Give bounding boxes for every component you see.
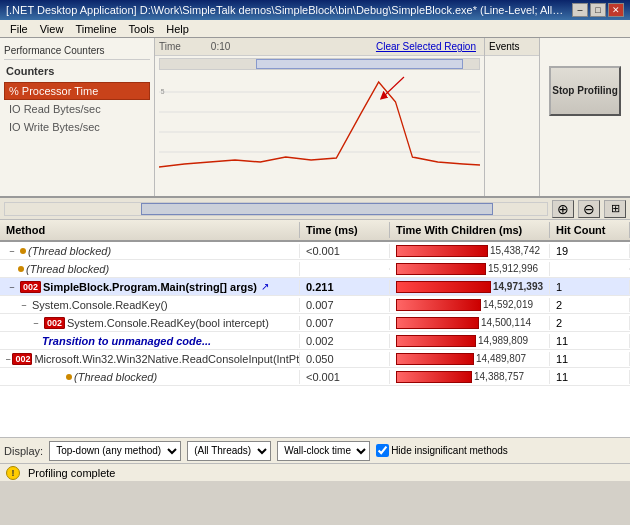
zoom-out-button[interactable]: ⊖ <box>578 200 600 218</box>
zoom-in-button[interactable]: ⊕ <box>552 200 574 218</box>
dot-icon <box>18 266 24 272</box>
method-cell: – 002 Microsoft.Win32.Win32Native.ReadCo… <box>0 352 300 366</box>
table-row[interactable]: – (Thread blocked) <0.001 15,438,742 19 <box>0 242 630 260</box>
status-bar: ! Profiling complete <box>0 463 630 481</box>
title-bar: [.NET Desktop Application] D:\Work\Simpl… <box>0 0 630 20</box>
time-cell: 0.007 <box>300 316 390 330</box>
time-children-cell: 14,989,809 <box>390 334 550 348</box>
time-cell: 0.007 <box>300 298 390 312</box>
table-row[interactable]: – 002 System.Console.ReadKey(bool interc… <box>0 314 630 332</box>
hit-bar <box>396 299 481 311</box>
method-cell: – System.Console.ReadKey() <box>0 298 300 312</box>
window-title: [.NET Desktop Application] D:\Work\Simpl… <box>6 4 566 16</box>
events-label: Events <box>489 41 520 52</box>
table-row[interactable]: (Thread blocked) <0.001 14,388,757 11 <box>0 368 630 386</box>
counter-io-read[interactable]: IO Read Bytes/sec <box>4 100 150 118</box>
table-body: – (Thread blocked) <0.001 15,438,742 19 … <box>0 242 630 437</box>
expand-icon[interactable]: – <box>30 317 42 329</box>
time-cell: 0.211 <box>300 280 390 294</box>
hit-count-cell: 2 <box>550 316 630 330</box>
time-children-cell: 15,438,742 <box>390 244 550 258</box>
hit-count-cell: 2 <box>550 298 630 312</box>
time-children-cell: 14,500,114 <box>390 316 550 330</box>
svg-line-5 <box>383 77 404 97</box>
events-panel: Events <box>485 38 540 196</box>
hide-insignificant-checkbox[interactable] <box>376 444 389 457</box>
method-cell: – 002 System.Console.ReadKey(bool interc… <box>0 316 300 330</box>
table-row[interactable]: (Thread blocked) 15,912,996 <box>0 260 630 278</box>
counter-io-write[interactable]: IO Write Bytes/sec <box>4 118 150 136</box>
hit-count-cell: 19 <box>550 244 630 258</box>
method-cell: – (Thread blocked) <box>0 244 300 258</box>
hit-bar <box>396 281 491 293</box>
method-cell: – 002 SimpleBlock.Program.Main(string[] … <box>0 280 300 294</box>
menu-tools[interactable]: Tools <box>123 22 161 36</box>
hit-bar <box>396 371 472 383</box>
chart-section: Time 0:10 Clear Selected Region 5 <box>155 38 485 196</box>
hit-count-cell: 11 <box>550 334 630 348</box>
status-icon: ! <box>6 466 20 480</box>
zoom-selection <box>141 203 493 215</box>
hit-bar <box>396 335 476 347</box>
table-row[interactable]: – 002 Microsoft.Win32.Win32Native.ReadCo… <box>0 350 630 368</box>
expand-icon[interactable]: – <box>6 353 10 365</box>
expand-icon[interactable]: – <box>6 281 18 293</box>
performance-counters-label: Performance Counters <box>4 45 105 56</box>
thread-select[interactable]: (All Threads) <box>187 441 271 461</box>
time-children-cell: 15,912,996 <box>390 262 550 276</box>
time-children-cell: 14,971,393 <box>390 280 550 294</box>
counters-header: Counters <box>4 64 150 78</box>
table-row[interactable]: – 002 SimpleBlock.Program.Main(string[] … <box>0 278 630 296</box>
method-cell: (Thread blocked) <box>0 370 300 384</box>
method-badge: 002 <box>12 353 32 365</box>
menu-file[interactable]: File <box>4 22 34 36</box>
time-value: 0:10 <box>211 41 230 52</box>
timeline-bar[interactable] <box>159 58 480 70</box>
hit-count-cell: 1 <box>550 280 630 294</box>
menu-help[interactable]: Help <box>160 22 195 36</box>
counter-processor-time[interactable]: % Processor Time <box>4 82 150 100</box>
stop-profiling-section: Stop Profiling <box>540 38 630 196</box>
display-select[interactable]: Top-down (any method) Bottom-up Call tre… <box>49 441 181 461</box>
header-panel: Performance Counters Counters % Processo… <box>0 38 630 198</box>
time-children-cell: 14,489,807 <box>390 352 550 366</box>
maximize-button[interactable]: □ <box>590 3 606 17</box>
method-badge: 002 <box>44 317 65 329</box>
method-cell: (Thread blocked) <box>0 262 300 276</box>
col-hit-count: Hit Count <box>550 222 630 238</box>
hide-insignificant-label: Hide insignificant methods <box>391 445 508 456</box>
timeline-selection <box>256 59 463 69</box>
hit-count-cell: 11 <box>550 370 630 384</box>
menu-view[interactable]: View <box>34 22 70 36</box>
table-row[interactable]: Transition to unmanaged code... 0.002 14… <box>0 332 630 350</box>
hit-bar <box>396 353 474 365</box>
method-badge: 002 <box>20 281 41 293</box>
table-row[interactable]: – System.Console.ReadKey() 0.007 14,592,… <box>0 296 630 314</box>
zoom-timeline[interactable] <box>4 202 548 216</box>
dot-icon <box>66 374 72 380</box>
time-cell <box>300 268 390 270</box>
close-button[interactable]: ✕ <box>608 3 624 17</box>
menu-timeline[interactable]: Timeline <box>69 22 122 36</box>
minimize-button[interactable]: – <box>572 3 588 17</box>
svg-text:5: 5 <box>161 86 165 96</box>
performance-chart: 5 <box>159 72 480 172</box>
zoom-fit-button[interactable]: ⊞ <box>604 200 626 218</box>
col-method: Method <box>0 222 300 238</box>
time-cell: 0.050 <box>300 352 390 366</box>
expand-icon[interactable]: – <box>18 299 30 311</box>
time-cell: <0.001 <box>300 370 390 384</box>
time-children-cell: 14,388,757 <box>390 370 550 384</box>
status-text: Profiling complete <box>28 467 115 479</box>
clear-region-button[interactable]: Clear Selected Region <box>372 41 480 52</box>
time-panel-label: Time <box>159 41 181 52</box>
menu-bar: File View Timeline Tools Help <box>0 20 630 38</box>
expand-icon[interactable]: – <box>6 245 18 257</box>
hide-insignificant-wrap: Hide insignificant methods <box>376 444 508 457</box>
time-cell: <0.001 <box>300 244 390 258</box>
time-children-cell: 14,592,019 <box>390 298 550 312</box>
window-controls: – □ ✕ <box>572 3 624 17</box>
clock-select[interactable]: Wall-clock time CPU time <box>277 441 370 461</box>
stop-profiling-button[interactable]: Stop Profiling <box>549 66 621 116</box>
display-label: Display: <box>4 445 43 457</box>
